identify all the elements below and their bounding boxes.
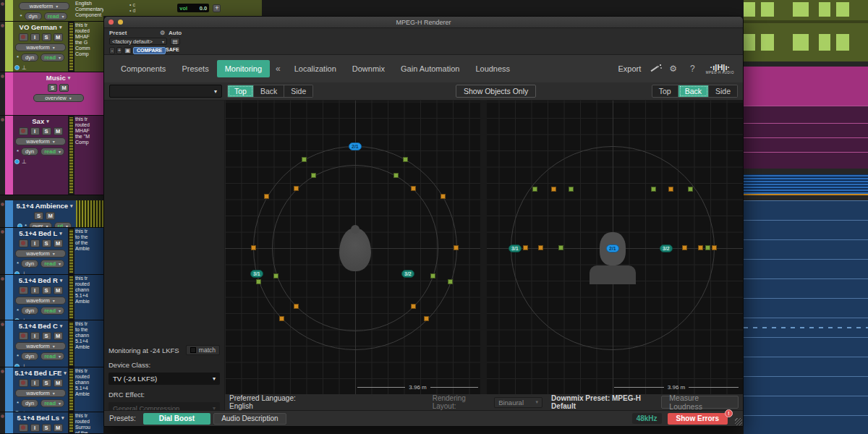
record-enable-button[interactable]: [19, 127, 28, 135]
mute-button[interactable]: M: [54, 239, 63, 247]
track-view-selector[interactable]: waveform▾: [15, 250, 66, 258]
tab-downmix[interactable]: Downmix: [344, 60, 393, 77]
freeze-icon[interactable]: *: [17, 307, 19, 314]
audio-description-preset-button[interactable]: Audio Description: [213, 413, 286, 425]
preset-increment-button[interactable]: +: [116, 47, 122, 54]
elastic-audio-icon[interactable]: ⊥: [22, 318, 27, 320]
track-color-dot[interactable]: [1, 2, 4, 6]
track-name[interactable]: 5.1+4 Bed L▾: [14, 229, 67, 238]
preset-selector[interactable]: <factory default> ▾: [109, 38, 167, 45]
track-header-sax[interactable]: Sax▾ISMwaveform▾*dynread▾⊥this trroutedM…: [0, 116, 103, 195]
solo-button[interactable]: S: [42, 379, 51, 387]
track-name[interactable]: 5.1+4 Bed C▾: [14, 321, 67, 331]
group-badge-2-1[interactable]: 2/1: [349, 142, 362, 150]
freeze-icon[interactable]: *: [17, 54, 19, 61]
timebase-icon[interactable]: [14, 159, 20, 164]
track-header[interactable]: waveform▾*dynread▾⊥EnglishCommentaryComp…: [0, 0, 103, 22]
dyn-button[interactable]: dyn: [21, 260, 38, 268]
freeze-icon[interactable]: *: [20, 13, 22, 20]
mute-button[interactable]: M: [54, 33, 63, 41]
preset-decrement-button[interactable]: -: [109, 47, 115, 54]
device-class-dropdown[interactable]: TV (-24 LKFS) ▾: [109, 373, 220, 385]
monitor-config-dropdown[interactable]: ▾: [109, 85, 222, 98]
input-monitor-button[interactable]: I: [30, 332, 40, 340]
track-color-dot[interactable]: [1, 277, 4, 281]
elastic-audio-icon[interactable]: ⊥: [22, 271, 27, 275]
add-button[interactable]: +: [213, 4, 221, 12]
freeze-icon[interactable]: *: [17, 400, 19, 407]
track-view-selector[interactable]: waveform▾: [15, 137, 66, 145]
solo-button[interactable]: S: [42, 424, 51, 432]
green-speaker-marker[interactable]: [311, 173, 316, 178]
track-header-music[interactable]: Music▾SMoverview▾: [0, 72, 103, 116]
show-errors-button[interactable]: Show Errors !: [668, 413, 728, 425]
freeze-icon[interactable]: *: [25, 223, 27, 228]
elastic-audio-icon[interactable]: ⊥: [22, 158, 27, 165]
record-enable-button[interactable]: [19, 332, 28, 340]
measure-loudness-button[interactable]: Measure Loudness: [661, 396, 739, 409]
mute-button[interactable]: M: [54, 127, 63, 135]
track-name[interactable]: 5.1+4 Ambience▾: [14, 201, 75, 210]
track-color-dot[interactable]: [1, 370, 4, 373]
dial-boost-preset-button[interactable]: Dial Boost: [143, 413, 210, 425]
orange-speaker-marker[interactable]: [251, 245, 256, 250]
group-badge-3-2[interactable]: 3/2: [401, 270, 414, 278]
input-monitor-button[interactable]: I: [30, 424, 40, 432]
track-color-dot[interactable]: [1, 75, 4, 78]
solo-button[interactable]: S: [42, 332, 51, 340]
record-enable-button[interactable]: [19, 424, 28, 432]
track-view-selector[interactable]: over▾: [29, 222, 52, 228]
group-badge-3-1[interactable]: 3/1: [250, 270, 263, 278]
green-speaker-marker[interactable]: [393, 173, 399, 178]
magic-wand-icon[interactable]: [647, 64, 663, 74]
input-monitor-button[interactable]: I: [30, 127, 40, 135]
elastic-audio-icon[interactable]: ⊥: [22, 64, 27, 71]
elastic-audio-icon[interactable]: ⊥: [22, 410, 27, 412]
export-button[interactable]: Export: [612, 61, 647, 76]
elastic-audio-icon[interactable]: ⊥: [22, 363, 27, 367]
automation-mode-selector[interactable]: read▾: [41, 352, 64, 360]
speaker-view-back[interactable]: 3.96 m 3/12/13/2: [487, 101, 743, 394]
automation-mode-selector[interactable]: rd▾: [54, 222, 72, 228]
track-name[interactable]: Sax▾: [14, 116, 67, 126]
bed-lane[interactable]: [744, 200, 868, 220]
dyn-button[interactable]: dyn: [21, 148, 38, 156]
track-name[interactable]: Music▾: [14, 73, 102, 82]
mute-button[interactable]: M: [54, 424, 63, 432]
green-speaker-marker[interactable]: [403, 157, 408, 162]
input-monitor-button[interactable]: I: [30, 286, 40, 294]
bed-lane[interactable]: [744, 337, 868, 357]
timebase-icon[interactable]: [14, 318, 20, 320]
compare-button[interactable]: COMPARE: [133, 47, 166, 54]
green-speaker-marker[interactable]: [558, 245, 563, 250]
automation-mode-selector[interactable]: read▾: [44, 12, 68, 20]
orange-speaker-marker[interactable]: [551, 187, 556, 192]
green-speaker-marker[interactable]: [651, 187, 656, 192]
green-speaker-marker[interactable]: [705, 245, 710, 250]
bed-lane[interactable]: [744, 415, 868, 434]
view-button-side[interactable]: Side: [284, 85, 313, 98]
track-view-selector[interactable]: waveform▾: [15, 43, 66, 51]
dyn-button[interactable]: dyn: [21, 54, 38, 61]
track-header-5-1-4-ambience[interactable]: 5.1+4 Ambience▾SM*over▾rd▾: [0, 200, 103, 228]
orange-speaker-marker[interactable]: [294, 304, 299, 309]
track-header-5-1-4-bed-ls[interactable]: 5.1+4 Bed Ls▾ISMwaveform▾this trroutedSu…: [0, 412, 103, 434]
freeze-icon[interactable]: *: [17, 148, 19, 155]
auto-write-button[interactable]: ▤: [170, 38, 180, 45]
orange-speaker-marker[interactable]: [682, 245, 687, 250]
bed-lane[interactable]: [744, 259, 868, 278]
track-view-selector[interactable]: overview▾: [33, 94, 84, 102]
view-button-top[interactable]: Top: [227, 85, 254, 98]
bed-lane[interactable]: [744, 318, 868, 337]
green-speaker-marker[interactable]: [532, 187, 537, 192]
audio-clip[interactable]: [744, 106, 868, 123]
preset-gear-icon[interactable]: ⚙: [160, 30, 165, 36]
orange-speaker-marker[interactable]: [523, 245, 528, 250]
solo-button[interactable]: S: [34, 212, 43, 220]
record-enable-button[interactable]: [19, 33, 28, 41]
audio-clip[interactable]: [744, 174, 868, 195]
track-color-dot[interactable]: [1, 230, 4, 234]
solo-button[interactable]: S: [42, 127, 51, 135]
green-speaker-marker[interactable]: [256, 279, 261, 284]
bed-lane[interactable]: [744, 239, 868, 259]
